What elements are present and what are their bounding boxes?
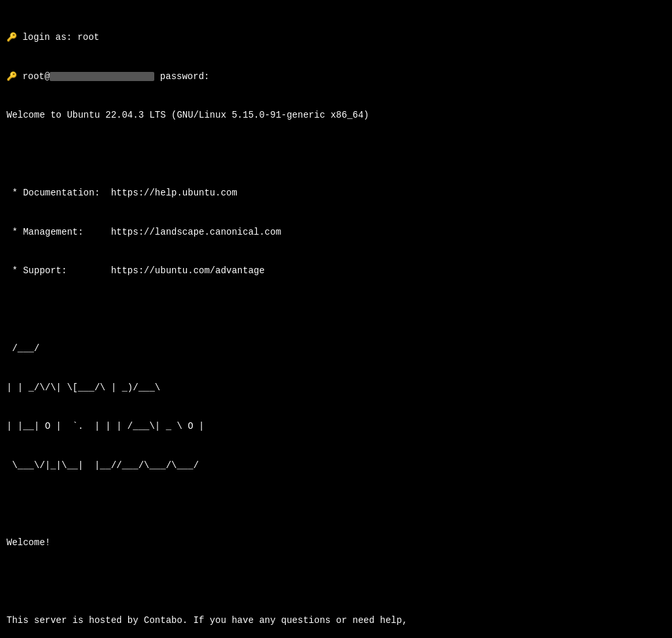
line-doc: * Documentation: https://help.ubuntu.com (7, 186, 665, 199)
line-ascii4: \___\/|_|\__| |__//___/\___/\___/ (7, 459, 665, 472)
line-root-password: 🔑 root@ password: (7, 70, 665, 83)
line-welcome: Welcome! (7, 536, 665, 549)
line-ascii3: | |__| O | `. | | | /___\| _ \ O | (7, 420, 665, 433)
welcome-ubuntu-text: Welcome to Ubuntu 22.04.3 LTS (GNU/Linux… (7, 110, 369, 120)
password-label: password: (154, 71, 209, 82)
line-mgmt: * Management: https://landscape.canonica… (7, 226, 665, 239)
support-text: * Support: https://ubuntu.com/advantage (7, 265, 265, 276)
terminal-output: 🔑 login as: root 🔑 root@ password: Welco… (7, 5, 665, 638)
line-ascii2: | | _/\/\| \[___/\ | _)/___\ (7, 381, 665, 394)
hosted-text: This server is hosted by Contabo. If you… (7, 615, 407, 626)
key-icon: 🔑 (7, 32, 17, 42)
terminal-window[interactable]: 🔑 login as: root 🔑 root@ password: Welco… (0, 0, 672, 638)
line-blank2 (7, 303, 665, 316)
redacted-username (50, 72, 154, 81)
line-support: * Support: https://ubuntu.com/advantage (7, 264, 665, 277)
root-at-text: root@ (22, 71, 50, 82)
welcome-text: Welcome! (7, 537, 50, 548)
login-as-text: login as: root (22, 32, 99, 42)
line-welcome-ubuntu: Welcome to Ubuntu 22.04.3 LTS (GNU/Linux… (7, 109, 665, 122)
line-blank3 (7, 497, 665, 511)
line-blank1 (7, 148, 665, 161)
key-icon-2: 🔑 (7, 71, 17, 82)
line-blank4 (7, 575, 665, 588)
mgmt-text: * Management: https://landscape.canonica… (7, 227, 281, 237)
line-ascii1: /___/ (7, 342, 665, 355)
line-hosted1: This server is hosted by Contabo. If you… (7, 614, 665, 627)
line-login-icon: 🔑 login as: root (7, 31, 665, 44)
doc-text: * Documentation: https://help.ubuntu.com (7, 188, 237, 198)
